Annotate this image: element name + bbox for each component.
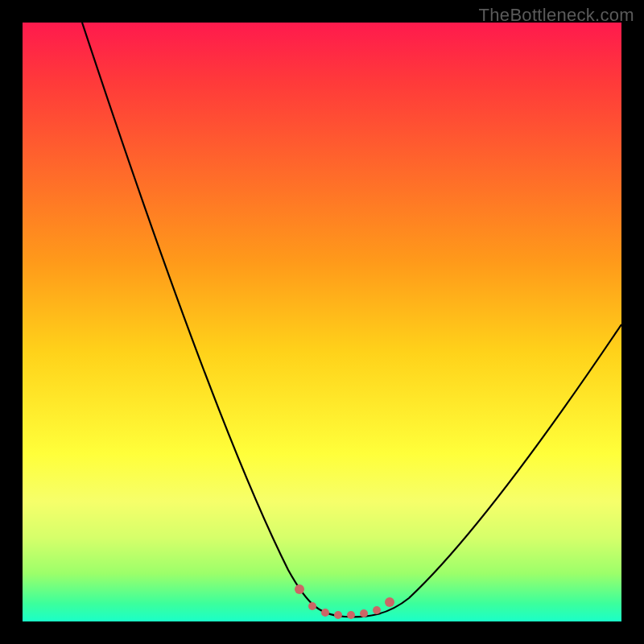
svg-point-5 <box>360 609 368 617</box>
svg-point-2 <box>321 609 329 617</box>
svg-point-0 <box>295 584 304 594</box>
chart-svg <box>23 23 621 621</box>
bottleneck-curve <box>82 23 621 617</box>
svg-point-7 <box>385 597 394 607</box>
chart-frame: TheBottleneck.com <box>0 0 644 644</box>
watermark-label: TheBottleneck.com <box>479 5 634 26</box>
svg-point-6 <box>373 606 381 614</box>
chart-plot-area <box>23 23 621 621</box>
svg-point-3 <box>334 611 342 619</box>
svg-point-4 <box>347 611 355 619</box>
svg-point-1 <box>308 602 316 610</box>
